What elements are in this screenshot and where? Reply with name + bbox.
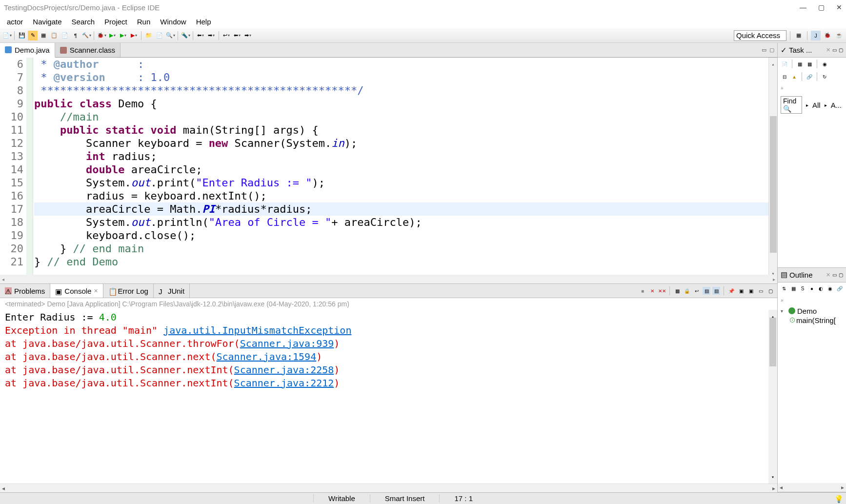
link-icon[interactable]: 🔗 <box>836 285 843 293</box>
scroll-left-icon[interactable]: ◂ <box>780 484 783 491</box>
minimize-view-icon[interactable]: ▭ <box>832 272 837 278</box>
fold-bar[interactable] <box>26 58 33 275</box>
focus-icon[interactable]: ◉ <box>826 285 834 293</box>
new-button[interactable]: 📄 <box>2 31 12 40</box>
maximize-button[interactable]: ▢ <box>818 3 825 11</box>
chevron-down-icon[interactable]: ▾ <box>781 308 786 314</box>
menu-navigate[interactable]: Navigate <box>28 17 66 27</box>
clear-console-icon[interactable]: ▦ <box>673 287 681 295</box>
chevron-right-icon[interactable]: ▸ <box>806 102 808 108</box>
ext-tools-button[interactable]: ▶ <box>129 31 139 40</box>
tab-errorlog[interactable]: 📋 Error Log <box>103 284 154 298</box>
code-editor[interactable]: 6789101112131415161718192021 * @author :… <box>0 58 777 275</box>
maximize-view-icon[interactable]: ▢ <box>839 272 843 278</box>
run-button[interactable]: ▶ <box>107 31 117 40</box>
team-perspective-icon[interactable]: ☕ <box>834 31 844 40</box>
outline-tree[interactable]: ▾ Demo main(String[ <box>778 304 846 484</box>
scroll-left-icon[interactable]: ◂ <box>2 277 4 282</box>
new-class-icon[interactable]: 📄 <box>155 31 164 40</box>
scroll-thumb[interactable] <box>770 116 777 253</box>
toggle-mark-icon[interactable]: ✎ <box>28 31 38 40</box>
menu-help[interactable]: Help <box>191 17 216 27</box>
scroll-up-icon[interactable]: ▴ <box>771 58 774 65</box>
scroll-down-icon[interactable]: ▾ <box>771 267 774 275</box>
minimize-view-icon[interactable]: ▭ <box>757 287 765 295</box>
filter-a[interactable]: A... <box>831 101 842 109</box>
debug-button[interactable]: 🐞 <box>97 31 106 40</box>
focus-icon[interactable]: ◉ <box>821 60 828 68</box>
coverage-button[interactable]: ▶ <box>118 31 128 40</box>
scroll-down-icon[interactable]: ▾ <box>771 470 774 484</box>
tab-demo-java[interactable]: Demo.java <box>0 43 55 58</box>
scroll-right-icon[interactable]: ▸ <box>772 485 775 492</box>
find-input[interactable]: Find🔍 <box>781 96 802 114</box>
minimize-view-icon[interactable]: ▭ <box>832 47 837 53</box>
new-task-icon[interactable]: 📄 <box>781 60 788 68</box>
build-button[interactable]: 🔨 <box>81 31 91 40</box>
open-console-icon[interactable]: ▣ <box>747 287 755 295</box>
debug-perspective-icon[interactable]: 🐞 <box>823 31 832 40</box>
chevron-right-icon[interactable]: ▸ <box>825 102 827 108</box>
java-perspective-icon[interactable]: J <box>811 31 821 40</box>
block-select-icon[interactable]: ▦ <box>39 31 48 40</box>
close-icon[interactable]: ✕ <box>94 288 98 294</box>
terminate-icon[interactable]: ■ <box>639 287 646 295</box>
pin-console-icon[interactable]: 📌 <box>727 287 735 295</box>
filter-all[interactable]: All <box>812 101 821 109</box>
minimize-button[interactable]: — <box>800 3 806 11</box>
scroll-right-icon[interactable]: ▸ <box>773 277 775 282</box>
paste-icon[interactable]: 📄 <box>60 31 70 40</box>
open-perspective-icon[interactable]: ▦ <box>794 31 804 40</box>
annotation-next-button[interactable]: ➡ <box>206 31 216 40</box>
tip-icon[interactable]: 💡 <box>834 495 842 503</box>
display-console-icon[interactable]: ▣ <box>737 287 745 295</box>
remove-launch-icon[interactable]: ✕ <box>648 287 656 295</box>
collapse-all-icon[interactable]: ⊟ <box>781 73 788 81</box>
menu-search[interactable]: Search <box>67 17 100 27</box>
tab-console[interactable]: ▣ Console ✕ <box>50 284 103 298</box>
maximize-view-icon[interactable]: ▢ <box>839 47 843 53</box>
quick-access-input[interactable] <box>734 30 786 41</box>
hide-static-icon[interactable]: S <box>799 285 806 293</box>
last-edit-button[interactable]: ↩ <box>222 31 231 40</box>
close-icon[interactable]: ✕ <box>826 47 830 53</box>
show-on-stdout-icon[interactable]: ▤ <box>703 287 710 295</box>
filter-icon[interactable]: ▲ <box>790 73 798 81</box>
open-type-button[interactable]: 🔍 <box>165 31 175 40</box>
console-hscroll[interactable]: ◂ ▸ <box>0 484 777 492</box>
maximize-view-icon[interactable]: ▢ <box>766 287 774 295</box>
sort-icon[interactable]: ⇅ <box>781 285 788 293</box>
remove-all-icon[interactable]: ✕✕ <box>658 287 666 295</box>
outline-hscroll[interactable]: ◂ ▸ <box>778 483 846 492</box>
back-button[interactable]: ⬅ <box>232 31 242 40</box>
minimize-view-icon[interactable]: ▭ <box>762 47 766 53</box>
save-button[interactable]: 💾 <box>17 31 27 40</box>
close-icon[interactable]: ✕ <box>826 272 830 278</box>
pin-icon[interactable]: ¶ <box>71 31 81 40</box>
menu-refactor[interactable]: actor <box>2 17 28 27</box>
menu-run[interactable]: Run <box>132 17 156 27</box>
outline-method-row[interactable]: main(String[ <box>781 316 843 325</box>
link-icon[interactable]: 🔗 <box>806 73 813 81</box>
menu-window[interactable]: Window <box>155 17 191 27</box>
close-button[interactable]: ✕ <box>836 3 842 11</box>
outline-class-row[interactable]: ▾ Demo <box>781 306 843 316</box>
chevron-down-icon[interactable]: » <box>781 298 784 303</box>
scroll-thumb[interactable] <box>769 318 776 366</box>
new-package-icon[interactable]: 📁 <box>144 31 154 40</box>
menu-project[interactable]: Project <box>100 17 132 27</box>
hide-fields-icon[interactable]: ▦ <box>790 285 797 293</box>
word-wrap-icon[interactable]: ↩ <box>693 287 701 295</box>
editor-hscroll[interactable]: ◂ ▸ <box>0 275 777 283</box>
tab-scanner-class[interactable]: Scanner.class <box>55 43 121 57</box>
console-vscroll[interactable]: ▴ ▾ <box>768 310 777 484</box>
search-button[interactable]: 🔦 <box>181 31 190 40</box>
scroll-left-icon[interactable]: ◂ <box>2 485 5 492</box>
hide-local-icon[interactable]: ◐ <box>817 285 825 293</box>
hide-nonpublic-icon[interactable]: ● <box>808 285 816 293</box>
console-output[interactable]: Enter Radius := 4.0Exception in thread "… <box>0 310 777 484</box>
tab-problems[interactable]: ⚠ Problems <box>0 284 50 298</box>
schedule-icon[interactable]: ▦ <box>806 60 813 68</box>
show-whitespace-icon[interactable]: 📋 <box>49 31 59 40</box>
categorize-icon[interactable]: ▦ <box>796 60 804 68</box>
